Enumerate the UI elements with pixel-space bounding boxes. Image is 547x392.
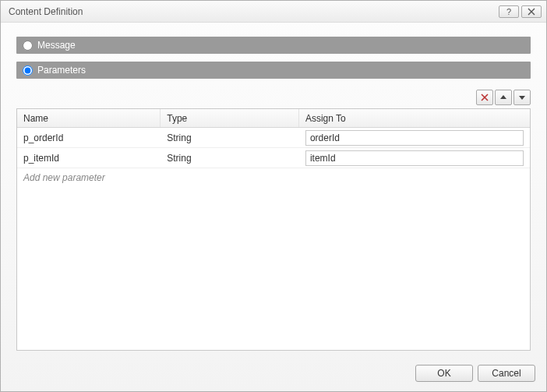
cell-assign [299, 128, 530, 147]
table-body: p_orderId String p_itemId String Add new… [17, 128, 530, 350]
ok-button[interactable]: OK [415, 365, 473, 382]
help-icon: ? [506, 7, 511, 16]
cell-assign [299, 148, 530, 168]
close-button[interactable] [521, 5, 542, 18]
header-type[interactable]: Type [161, 109, 299, 127]
parameters-radio[interactable] [23, 65, 33, 76]
table-row[interactable]: p_itemId String [17, 148, 530, 168]
message-radio[interactable] [23, 41, 33, 51]
option-message[interactable]: Message [16, 37, 531, 54]
assign-input[interactable] [305, 150, 524, 166]
header-assign[interactable]: Assign To [299, 109, 530, 127]
move-up-button[interactable] [495, 90, 512, 105]
option-parameters[interactable]: Parameters [16, 62, 531, 79]
parameters-table: Name Type Assign To p_orderId String p_i… [16, 108, 531, 351]
close-icon [527, 8, 536, 16]
delete-button[interactable] [476, 90, 493, 105]
titlebar: Content Definition ? [1, 1, 546, 23]
arrow-up-icon [499, 94, 507, 101]
message-label: Message [37, 40, 76, 51]
content-area: Message Parameters Name Type Assign To [1, 23, 546, 358]
dialog-buttons: OK Cancel [1, 358, 546, 391]
arrow-down-icon [518, 94, 526, 101]
parameters-label: Parameters [37, 65, 86, 76]
table-header: Name Type Assign To [17, 109, 530, 128]
table-toolbar [16, 90, 531, 105]
add-parameter-row[interactable]: Add new parameter [17, 168, 530, 187]
assign-input[interactable] [305, 130, 524, 146]
header-name[interactable]: Name [17, 109, 161, 127]
help-button[interactable]: ? [499, 5, 519, 18]
delete-icon [480, 93, 489, 102]
move-down-button[interactable] [513, 90, 531, 105]
cell-type[interactable]: String [161, 128, 299, 147]
dialog-title: Content Definition [9, 6, 496, 17]
table-row[interactable]: p_orderId String [17, 128, 530, 148]
cell-type[interactable]: String [161, 148, 299, 168]
cancel-button[interactable]: Cancel [478, 365, 535, 382]
cell-name[interactable]: p_orderId [17, 128, 161, 147]
cell-name[interactable]: p_itemId [17, 148, 161, 168]
content-definition-dialog: Content Definition ? Message Parameters [0, 0, 547, 392]
